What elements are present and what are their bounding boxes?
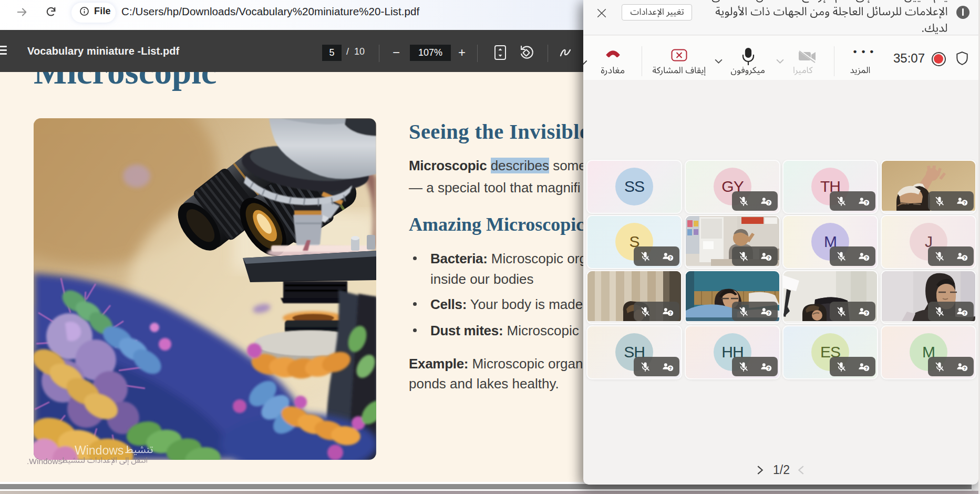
svg-text:?: ? — [963, 255, 966, 261]
svg-text:?: ? — [767, 311, 770, 316]
svg-text:?: ? — [669, 366, 672, 371]
svg-text:?: ? — [767, 200, 770, 205]
svg-text:?: ? — [767, 366, 770, 371]
svg-text:?: ? — [865, 311, 868, 316]
svg-text:?: ? — [767, 255, 770, 261]
svg-text:?: ? — [865, 366, 868, 371]
svg-text:?: ? — [669, 255, 672, 261]
svg-text:?: ? — [963, 311, 966, 316]
svg-text:?: ? — [865, 200, 868, 205]
svg-text:?: ? — [963, 200, 966, 205]
svg-text:?: ? — [865, 255, 868, 261]
svg-text:?: ? — [963, 366, 966, 371]
svg-text:?: ? — [669, 311, 672, 316]
